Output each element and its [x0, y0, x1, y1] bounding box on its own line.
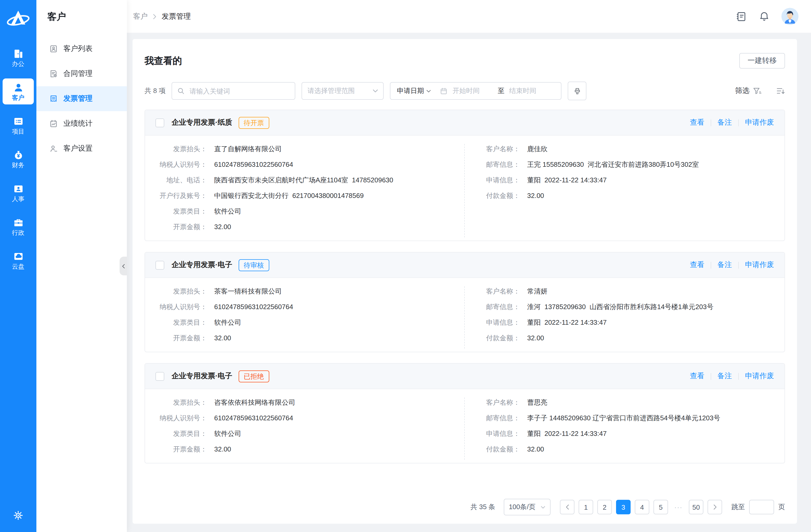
keyword-search: [172, 82, 295, 100]
submenu-item-customer-list[interactable]: 客户列表: [36, 36, 127, 61]
field-value: 32.00: [527, 333, 544, 343]
calendar-icon: [440, 87, 448, 95]
page-ellipsis[interactable]: ···: [672, 503, 685, 511]
invoice-card-header: 企业专用发票·电子 已拒绝 查看 备注 申请作废: [145, 364, 784, 389]
sidebar-item-customer[interactable]: 客户: [3, 78, 34, 105]
performance-icon: [49, 120, 58, 128]
invoice-actions: 查看 备注 申请作废: [690, 118, 774, 127]
sidebar-collapse-handle[interactable]: [120, 257, 127, 275]
field-label: 地址、电话：: [157, 175, 207, 186]
clear-filter-button[interactable]: [568, 81, 587, 100]
bell-icon[interactable]: [759, 11, 770, 22]
status-badge: 待开票: [239, 116, 269, 129]
void-link[interactable]: 申请作废: [745, 372, 774, 381]
user-avatar[interactable]: [781, 8, 798, 25]
page-button-1[interactable]: 1: [579, 500, 593, 514]
invoice-list: 企业专用发票·纸质 待开票 查看 备注 申请作废: [144, 110, 785, 464]
search-input[interactable]: [188, 87, 290, 95]
app-logo[interactable]: [6, 7, 30, 31]
view-link[interactable]: 查看: [690, 118, 704, 127]
sidebar-item-hr[interactable]: 人事: [3, 180, 34, 206]
start-date-value[interactable]: 开始时间: [453, 86, 479, 96]
field-value: 董阳 2022-11-22 14:33:47: [527, 175, 607, 186]
date-type-select[interactable]: 申请日期: [397, 86, 431, 96]
status-badge: 待审核: [239, 259, 269, 271]
void-link[interactable]: 申请作废: [745, 118, 774, 127]
invoice-checkbox[interactable]: [155, 261, 164, 269]
page-size-select[interactable]: 100条/页: [504, 499, 551, 515]
sidebar-item-label: 财务: [12, 161, 25, 169]
field-label: 发票类目：: [157, 206, 207, 217]
divider: [711, 262, 711, 268]
chevron-left-icon: [565, 504, 569, 510]
workspace: 客户 发票管理 我查看的: [127, 0, 811, 532]
void-link[interactable]: 申请作废: [745, 260, 774, 270]
brush-icon: [573, 87, 581, 95]
sort-list-icon[interactable]: [776, 87, 785, 95]
sidebar-item-cloud[interactable]: 云盘: [3, 247, 34, 273]
filter-toggle-label: 筛选: [735, 86, 750, 96]
page-button-50[interactable]: 50: [689, 500, 703, 514]
field-value: 直了自解网络有限公司: [214, 144, 282, 154]
note-link[interactable]: 备注: [717, 260, 732, 270]
project-icon: [13, 115, 24, 126]
field-label: 发票抬头：: [157, 286, 207, 297]
invoice-card: 企业专用发票·纸质 待开票 查看 备注 申请作废: [144, 110, 785, 241]
sidebar-item-office[interactable]: 办公: [3, 45, 34, 71]
submenu-item-invoice[interactable]: 发票管理: [36, 86, 127, 111]
field-label: 申请信息：: [484, 317, 520, 328]
pagination-total: 共 35 条: [471, 502, 495, 512]
invoice-body: 发票抬头：茶客一猜科技有限公司 纳税人识别号：61024785963102256…: [145, 278, 784, 352]
sidebar-item-label: 办公: [12, 60, 25, 67]
jump-page-input[interactable]: [749, 500, 774, 514]
scope-select[interactable]: 请选择管理范围: [302, 82, 384, 100]
chevron-down-icon: [541, 506, 545, 508]
next-page-button[interactable]: [707, 500, 722, 514]
field-label: 发票抬头：: [157, 397, 207, 408]
transfer-button[interactable]: 一建转移: [739, 53, 785, 68]
contract-icon: [49, 69, 58, 78]
end-date-value[interactable]: 结束时间: [509, 86, 536, 96]
submenu-item-performance[interactable]: 业绩统计: [36, 111, 127, 136]
sidebar-item-admin[interactable]: 行政: [3, 214, 34, 239]
view-link[interactable]: 查看: [690, 372, 704, 381]
invoice-right-column: 客户名称：常清妍 邮寄信息：淮河 13785209630 山西省汾阳市胜利东路1…: [465, 286, 784, 349]
field-label: 付款金额：: [484, 333, 520, 343]
page-button-3-active[interactable]: 3: [616, 500, 631, 514]
invoice-checkbox[interactable]: [155, 372, 164, 380]
field-value: 曹思亮: [527, 397, 547, 408]
field-label: 邮寄信息：: [484, 302, 520, 312]
note-link[interactable]: 备注: [717, 118, 732, 127]
prev-page-button[interactable]: [560, 500, 575, 514]
filter-toggle[interactable]: 筛选: [735, 86, 762, 96]
page-button-4[interactable]: 4: [635, 500, 649, 514]
jump-group: 跳至 页: [732, 500, 785, 514]
sidebar-item-label: 人事: [12, 195, 25, 202]
chevron-down-icon: [427, 90, 431, 92]
field-value: 董阳 2022-11-22 14:33:47: [527, 317, 607, 328]
sidebar-item-finance[interactable]: 财务: [3, 146, 34, 172]
breadcrumb-parent[interactable]: 客户: [133, 12, 148, 21]
primary-nav-list: 办公 客户 项目 财务: [3, 45, 34, 273]
submenu-item-contract[interactable]: 合同管理: [36, 61, 127, 86]
field-value: 咨客依依科技网络有限公司: [214, 397, 295, 408]
invoice-card-header: 企业专用发票·电子 待审核 查看 备注 申请作废: [145, 252, 784, 278]
page-title: 我查看的: [144, 54, 182, 67]
submenu-item-customer-settings[interactable]: 客户设置: [36, 136, 127, 161]
invoice-actions: 查看 备注 申请作废: [690, 260, 774, 270]
field-value: 32.00: [214, 222, 231, 232]
field-label: 纳税人识别号：: [157, 159, 207, 170]
submenu-item-label: 发票管理: [63, 94, 93, 104]
view-link[interactable]: 查看: [690, 260, 704, 270]
note-link[interactable]: 备注: [717, 372, 732, 381]
invoice-icon: [49, 95, 58, 103]
page-button-2[interactable]: 2: [597, 500, 612, 514]
invoice-checkbox[interactable]: [155, 118, 164, 127]
topbar: 客户 发票管理: [127, 0, 811, 33]
invoice-actions: 查看 备注 申请作废: [690, 372, 774, 381]
sidebar-item-project[interactable]: 项目: [3, 112, 34, 138]
page-button-5[interactable]: 5: [654, 500, 668, 514]
breadcrumb-current: 发票管理: [162, 12, 191, 21]
settings-gear-icon[interactable]: [13, 510, 24, 520]
journal-icon[interactable]: [736, 11, 747, 22]
